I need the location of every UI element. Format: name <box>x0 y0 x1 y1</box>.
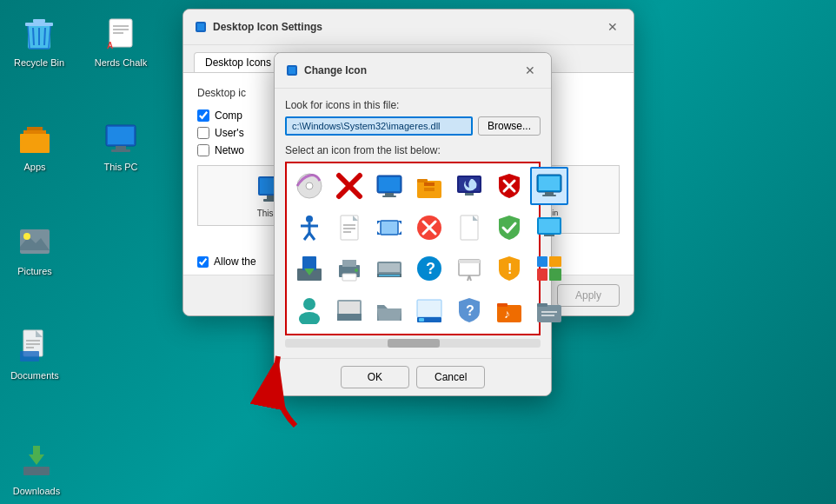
desktop-icon-downloads[interactable]: Downloads <box>2 436 71 501</box>
icon-cell-install[interactable] <box>290 249 328 288</box>
svg-rect-2 <box>33 19 45 23</box>
apps-label: Apps <box>23 161 45 173</box>
icon-cell-whiteboard[interactable] <box>450 249 488 288</box>
allow-themes-label: Allow the <box>214 255 256 268</box>
svg-rect-105 <box>337 314 362 321</box>
icon-cell-shield-check[interactable] <box>490 209 528 247</box>
change-icon-cancel-btn[interactable]: Cancel <box>416 366 485 388</box>
recycle-bin-label: Recycle Bin <box>14 56 64 69</box>
icon-cell-blocks[interactable] <box>530 249 568 288</box>
checkbox-netwo-label: Netwo <box>215 144 244 156</box>
icon-cell-scanner2[interactable] <box>330 291 368 329</box>
svg-rect-99 <box>537 256 547 267</box>
this-pc-label: This PC <box>103 161 137 173</box>
icon-cell-printer[interactable] <box>330 249 368 288</box>
nerds-chalk-icon: A <box>100 11 142 53</box>
svg-rect-27 <box>197 23 204 30</box>
desktop-icon-apps[interactable]: Apps <box>0 112 70 176</box>
svg-point-58 <box>306 216 313 222</box>
svg-rect-67 <box>381 221 398 235</box>
allow-themes-checkbox[interactable] <box>197 256 209 268</box>
svg-rect-78 <box>544 235 554 236</box>
svg-text:A: A <box>107 41 113 50</box>
svg-rect-84 <box>342 274 356 281</box>
svg-rect-80 <box>302 256 316 270</box>
documents-label: Documents <box>10 369 59 381</box>
desktop-icon-recycle-bin[interactable]: Recycle Bin <box>4 8 74 72</box>
icon-cell-accessibility[interactable] <box>290 209 328 247</box>
icon-cell-question-circle[interactable]: ? <box>410 249 448 288</box>
desktop-icon-documents[interactable]: Documents <box>0 321 70 385</box>
icon-cell-folder-music[interactable]: ♪ <box>490 291 528 329</box>
svg-rect-25 <box>33 446 40 456</box>
svg-rect-93 <box>459 260 480 263</box>
svg-rect-87 <box>379 263 400 272</box>
dialog-change-icon-close[interactable]: ✕ <box>520 60 541 81</box>
checkbox-users-input[interactable] <box>197 127 209 139</box>
desktop: Recycle Bin A Nerds Chalk Apps <box>0 0 836 504</box>
desktop-icon-nerds-chalk[interactable]: A Nerds Chalk <box>86 8 156 72</box>
desktop-icon-pictures[interactable]: Pictures <box>0 216 70 281</box>
svg-text:♪: ♪ <box>504 307 510 321</box>
file-path-input[interactable] <box>285 116 473 136</box>
nerds-chalk-label: Nerds Chalk <box>95 56 148 69</box>
pictures-label: Pictures <box>17 265 52 277</box>
change-icon-title-left: Change Icon <box>285 63 367 77</box>
icon-cell-person[interactable] <box>290 291 328 329</box>
desktop-icon-this-pc[interactable]: This PC <box>86 112 156 176</box>
svg-text:?: ? <box>426 260 435 277</box>
icon-cell-x-red[interactable] <box>330 167 368 205</box>
this-pc-icon <box>100 116 142 157</box>
select-icon-label: Select an icon from the list below: <box>285 144 541 156</box>
browse-btn[interactable]: Browse... <box>478 116 541 136</box>
icon-cell-monitor-blue[interactable] <box>370 167 408 205</box>
look-for-label: Look for icons in this file: <box>285 99 541 111</box>
svg-rect-9 <box>23 130 46 134</box>
checkbox-comp-input[interactable] <box>197 109 209 122</box>
scrollbar-thumb[interactable] <box>388 339 440 348</box>
checkbox-netwo-input[interactable] <box>197 144 209 156</box>
svg-rect-113 <box>537 305 561 322</box>
change-icon-dialog-icon <box>285 63 299 77</box>
icon-cell-folder-open[interactable] <box>370 291 408 329</box>
change-icon-ok-btn[interactable]: OK <box>341 366 409 388</box>
icon-cell-resize[interactable] <box>370 209 408 247</box>
icon-cell-folder-archive[interactable] <box>410 167 448 205</box>
icon-cell-question-shield[interactable]: ? <box>450 291 488 329</box>
svg-rect-114 <box>537 303 547 307</box>
icon-cell-monitor-flat[interactable] <box>530 209 568 247</box>
icon-cell-x-circle[interactable] <box>410 209 448 247</box>
svg-rect-22 <box>20 351 39 361</box>
svg-rect-106 <box>417 300 441 317</box>
icon-cell-folder-docs[interactable] <box>530 291 568 329</box>
icon-grid: ? ! <box>285 162 541 335</box>
checkbox-comp-label: Comp <box>215 109 242 122</box>
icon-cell-shield-x[interactable] <box>490 167 528 205</box>
svg-rect-83 <box>342 260 356 267</box>
tab-desktop-icons[interactable]: Desktop Icons <box>194 52 282 72</box>
icon-cell-moon-screen[interactable] <box>450 167 488 205</box>
icon-cell-document-blank[interactable] <box>450 209 488 247</box>
checkbox-users-label: User's <box>215 127 244 139</box>
pictures-icon <box>14 220 56 262</box>
svg-rect-89 <box>379 275 400 276</box>
svg-rect-57 <box>542 195 556 196</box>
icon-cell-scanner[interactable] <box>370 249 408 288</box>
svg-point-85 <box>355 269 358 272</box>
icon-cell-taskbar[interactable] <box>410 291 448 329</box>
icon-cell-document-text[interactable] <box>330 209 368 247</box>
icon-cell-cd[interactable] <box>290 167 328 205</box>
svg-rect-1 <box>25 23 53 26</box>
change-icon-title-text: Change Icon <box>304 64 367 76</box>
svg-rect-12 <box>108 127 134 144</box>
svg-rect-46 <box>417 179 428 182</box>
svg-rect-8 <box>20 134 50 153</box>
icon-cell-shield-warning[interactable]: ! <box>490 249 528 288</box>
dialog-desktop-icon-settings-close[interactable]: ✕ <box>602 17 623 37</box>
change-icon-body: Look for icons in this file: Browse... S… <box>275 89 551 358</box>
file-path-row: Browse... <box>285 116 541 136</box>
svg-rect-108 <box>419 318 424 322</box>
svg-rect-47 <box>424 182 435 186</box>
icon-cell-monitor-selected[interactable] <box>530 167 568 205</box>
downloads-icon <box>16 440 57 481</box>
